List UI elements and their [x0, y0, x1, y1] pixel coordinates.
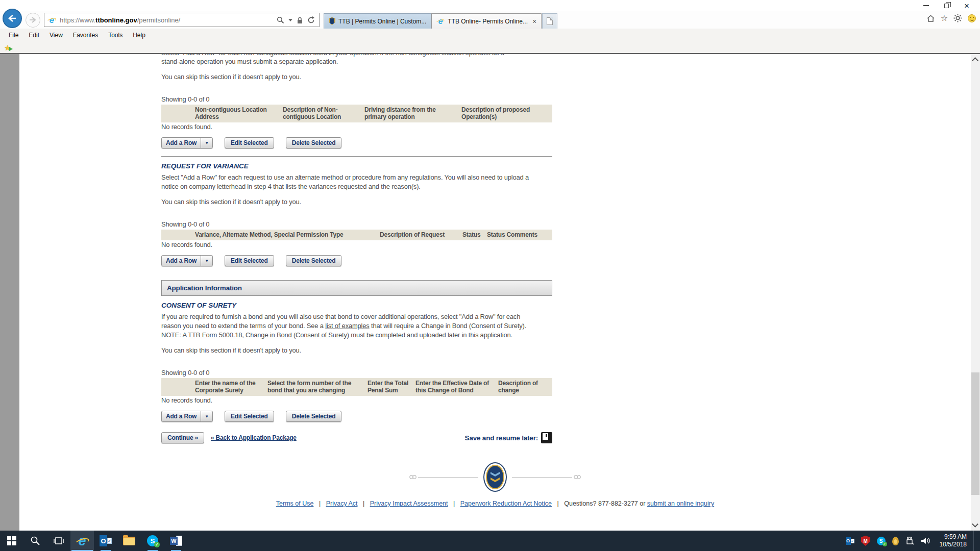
vertical-scrollbar[interactable] [971, 54, 980, 531]
tab-title: TTB | Permits Online | Custom... [338, 18, 426, 25]
scrollbar-thumb[interactable] [971, 372, 979, 495]
address-bar[interactable]: e https://www.ttbonline.gov/permitsonlin… [44, 13, 320, 27]
restore-icon [944, 4, 949, 8]
skip-note: You can skip this section if it doesn't … [161, 72, 552, 81]
lock-icon [297, 16, 303, 24]
ttb-shield-favicon [329, 17, 335, 25]
section-divider [161, 156, 552, 157]
search-icon [30, 536, 40, 546]
url-text[interactable]: https://www.ttbonline.gov/permitsonline/ [60, 16, 277, 24]
refresh-icon[interactable] [307, 16, 315, 24]
add-row-button[interactable]: Add a Row▼ [161, 255, 213, 266]
forward-button[interactable] [26, 13, 40, 28]
clock-time: 9:59 AM [944, 533, 967, 540]
scroll-down-icon[interactable] [972, 521, 978, 528]
form-content: Select "Add a Row" for each non-contiguo… [161, 54, 552, 443]
add-favorite-icon[interactable]: ★ [4, 44, 11, 52]
save-resume-control: Save and resume later: [465, 432, 552, 443]
selector-column [161, 105, 194, 122]
menu-help[interactable]: Help [128, 32, 151, 39]
search-dropdown-icon[interactable] [288, 19, 292, 21]
menu-tools[interactable]: Tools [103, 32, 128, 39]
record-count: Showing 0-0 of 0 [161, 368, 552, 377]
tray-skype-icon[interactable]: S✓ [877, 537, 886, 545]
save-resume-label: Save and resume later: [465, 434, 538, 442]
edit-selected-button[interactable]: Edit Selected [225, 137, 274, 148]
tab-ttb-online-active[interactable]: e TTB Online- Permits Online... × [431, 13, 542, 29]
menu-favorites[interactable]: Favorites [68, 32, 103, 39]
save-disk-icon[interactable] [541, 432, 552, 443]
system-tray: O✓ M S✓ 9:59 AM 10/5/2018 [846, 531, 980, 551]
privacy-act-link[interactable]: Privacy Act [326, 500, 358, 507]
menu-edit[interactable]: Edit [23, 32, 44, 39]
mcafee-shield-icon[interactable]: M [861, 536, 870, 546]
start-button[interactable] [0, 531, 23, 551]
add-row-dropdown-icon[interactable]: ▼ [201, 411, 212, 421]
add-row-dropdown-icon[interactable]: ▼ [201, 138, 212, 148]
edit-selected-button[interactable]: Edit Selected [225, 255, 274, 266]
no-records-text: No records found. [161, 396, 552, 405]
delete-selected-button[interactable]: Delete Selected [286, 255, 342, 266]
table-actions: Add a Row▼ Edit Selected Delete Selected [161, 411, 552, 422]
search-icon[interactable] [277, 16, 284, 24]
favorites-star-icon[interactable]: ☆ [941, 14, 948, 22]
clock-date: 10/5/2018 [940, 541, 967, 548]
page-left-gutter [0, 54, 19, 531]
tab-ttb-permits-online[interactable]: TTB | Permits Online | Custom... [324, 13, 431, 29]
page-viewport: Select "Add a Row" for each non-contiguo… [0, 54, 980, 531]
back-to-application-package-link[interactable]: « Back to Application Package [211, 434, 297, 442]
add-row-button[interactable]: Add a Row▼ [161, 411, 213, 422]
taskbar-clock[interactable]: 9:59 AM 10/5/2018 [940, 533, 967, 548]
skip-note: You can skip this section if it doesn't … [161, 197, 552, 206]
usb-device-icon[interactable] [905, 536, 914, 545]
feedback-smiley-icon[interactable] [968, 14, 976, 22]
taskbar-ie-button[interactable]: e [70, 531, 94, 551]
scroll-up-icon[interactable] [972, 57, 978, 64]
record-count: Showing 0-0 of 0 [161, 95, 552, 104]
list-of-examples-link[interactable]: list of examples [325, 322, 369, 330]
back-button[interactable] [3, 9, 22, 28]
online-inquiry-link[interactable]: submit an online inquiry [647, 500, 714, 507]
paperwork-reduction-link[interactable]: Paperwork Reduction Act Notice [460, 500, 552, 507]
navigation-bar: e https://www.ttbonline.gov/permitsonlin… [0, 11, 980, 29]
column-header: Description of Non-contiguous Location [282, 105, 363, 122]
taskbar-search-button[interactable] [23, 531, 47, 551]
delete-selected-button[interactable]: Delete Selected [286, 411, 342, 422]
word-icon: W [170, 535, 182, 546]
restore-button[interactable] [936, 0, 957, 11]
intro-text: stand-alone operation you must submit a … [161, 57, 552, 66]
tray-outlook-icon[interactable]: O✓ [846, 537, 854, 545]
tab-close-icon[interactable]: × [532, 18, 536, 25]
variance-text: Select "Add a Row" for each request to u… [161, 173, 552, 182]
show-desktop-button[interactable] [973, 531, 977, 551]
taskbar-outlook-button[interactable]: O✓ [94, 531, 117, 551]
edit-selected-button[interactable]: Edit Selected [225, 411, 274, 422]
taskbar-skype-button[interactable]: S✓ [141, 531, 164, 551]
taskbar-word-button[interactable]: W [164, 531, 188, 551]
close-button[interactable]: × [957, 0, 977, 11]
continue-button[interactable]: Continue » [161, 432, 204, 443]
add-row-button[interactable]: Add a Row▼ [161, 137, 213, 148]
menu-file[interactable]: File [4, 32, 23, 39]
privacy-impact-link[interactable]: Privacy Impact Assessment [370, 500, 448, 507]
section-title-variance: REQUEST FOR VARIANCE [161, 162, 552, 170]
taskbar-file-explorer-button[interactable] [117, 531, 141, 551]
terms-of-use-link[interactable]: Terms of Use [276, 500, 314, 507]
settings-gear-icon[interactable] [953, 14, 962, 22]
table-header-noncontiguous: Non-contiguous Location Address Descript… [161, 105, 552, 122]
minimize-button[interactable] [916, 0, 936, 11]
column-header: Description of proposed Operation(s) [460, 105, 552, 122]
ttb-form-link[interactable]: TTB Form 5000.18, Change in Bond (Consen… [188, 331, 349, 339]
delete-selected-button[interactable]: Delete Selected [286, 137, 342, 148]
new-tab-button[interactable] [542, 13, 557, 29]
menu-view[interactable]: View [44, 32, 68, 39]
page-footer: Terms of Use | Privacy Act | Privacy Imp… [19, 462, 971, 507]
task-view-button[interactable] [47, 531, 70, 551]
volume-icon[interactable] [920, 536, 932, 545]
home-icon[interactable] [926, 14, 935, 22]
add-row-dropdown-icon[interactable]: ▼ [201, 256, 212, 266]
tab-title: TTB Online- Permits Online... [448, 18, 528, 25]
divider-ornament [408, 474, 418, 480]
column-header: Status Comments [486, 230, 552, 240]
tray-flame-icon[interactable] [892, 537, 899, 545]
